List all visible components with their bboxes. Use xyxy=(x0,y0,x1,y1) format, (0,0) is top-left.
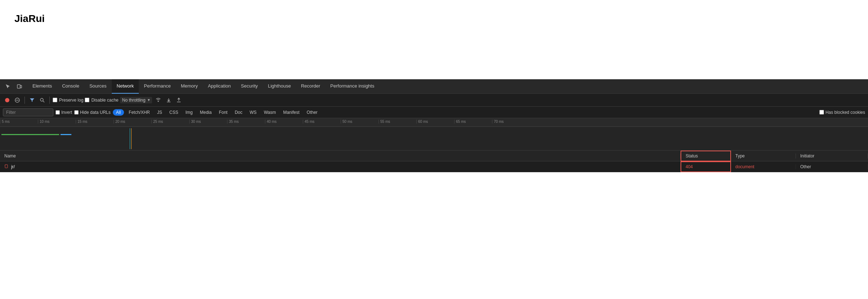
network-toolbar: Preserve log Disable cache No throttling… xyxy=(0,94,868,107)
tab-elements[interactable]: Elements xyxy=(27,79,57,94)
throttle-wrapper: No throttling ▼ xyxy=(120,97,152,103)
hide-data-urls-label: Hide data URLs xyxy=(80,110,111,115)
svg-rect-0 xyxy=(17,85,20,88)
devtools-icon-buttons xyxy=(3,82,25,91)
tab-performance[interactable]: Performance xyxy=(139,79,176,94)
svg-point-2 xyxy=(5,98,9,102)
tick-55ms: 55 ms xyxy=(378,120,416,124)
filter-css-btn[interactable]: CSS xyxy=(167,109,181,116)
td-name: jr/ xyxy=(0,164,681,169)
filter-js-btn[interactable]: JS xyxy=(155,109,165,116)
record-button[interactable] xyxy=(3,96,12,104)
tab-network[interactable]: Network xyxy=(112,79,139,94)
tick-35ms: 35 ms xyxy=(227,120,265,124)
invert-checkbox[interactable]: Invert xyxy=(56,110,72,115)
tick-15ms: 15 ms xyxy=(76,120,114,124)
filter-wasm-btn[interactable]: Wasm xyxy=(261,109,279,116)
tick-40ms: 40 ms xyxy=(265,120,303,124)
tick-25ms: 25 ms xyxy=(151,120,189,124)
td-status: 404 xyxy=(681,161,731,172)
table-header: Name Status Type Initiator xyxy=(0,151,868,161)
invert-label: Invert xyxy=(61,110,72,115)
filter-all-btn[interactable]: All xyxy=(113,109,124,116)
tick-65ms: 65 ms xyxy=(454,120,492,124)
tick-45ms: 45 ms xyxy=(303,120,341,124)
hide-data-urls-checkbox[interactable]: Hide data URLs xyxy=(74,110,111,115)
timeline-graph xyxy=(0,127,868,151)
tab-lighthouse[interactable]: Lighthouse xyxy=(263,79,296,94)
tab-performance-insights[interactable]: Performance insights xyxy=(325,79,379,94)
hide-data-urls-input[interactable] xyxy=(74,110,79,115)
timeline-vline-yellow xyxy=(131,128,132,149)
tab-console[interactable]: Console xyxy=(57,79,84,94)
throttle-select[interactable]: No throttling xyxy=(120,97,152,103)
filter-manifest-btn[interactable]: Manifest xyxy=(280,109,302,116)
tab-memory[interactable]: Memory xyxy=(176,79,203,94)
svg-rect-11 xyxy=(5,165,8,168)
table-row[interactable]: jr/ 404 document Other xyxy=(0,161,868,172)
page-content: JiaRui xyxy=(0,0,868,79)
filter-font-btn[interactable]: Font xyxy=(216,109,230,116)
timeline-area: 5 ms 10 ms 15 ms 20 ms 25 ms 30 ms 35 ms… xyxy=(0,118,868,151)
tick-30ms: 30 ms xyxy=(189,120,227,124)
filter-media-btn[interactable]: Media xyxy=(197,109,214,116)
tab-security[interactable]: Security xyxy=(236,79,263,94)
import-button[interactable] xyxy=(164,96,173,104)
tick-10ms: 10 ms xyxy=(38,120,76,124)
filter-input[interactable] xyxy=(3,108,53,116)
page-title: JiaRui xyxy=(7,6,52,31)
document-icon xyxy=(4,164,9,169)
td-initiator: Other xyxy=(796,164,868,169)
th-type: Type xyxy=(731,153,796,159)
row-name: jr/ xyxy=(11,164,15,169)
export-button[interactable] xyxy=(174,96,183,104)
preserve-log-label: Preserve log xyxy=(59,98,83,103)
cursor-icon-btn[interactable] xyxy=(3,82,13,91)
th-initiator: Initiator xyxy=(796,153,868,159)
filter-button[interactable] xyxy=(28,96,36,104)
timeline-vline-teal xyxy=(130,128,130,149)
has-blocked-cookies-label: Has blocked cookies xyxy=(825,110,865,115)
filter-fetch-btn[interactable]: Fetch/XHR xyxy=(126,109,152,116)
filter-other-btn[interactable]: Other xyxy=(304,109,320,116)
tick-70ms: 70 ms xyxy=(492,120,530,124)
invert-input[interactable] xyxy=(56,110,60,115)
tick-60ms: 60 ms xyxy=(416,120,454,124)
disable-cache-checkbox[interactable]: Disable cache xyxy=(85,98,118,103)
toolbar-divider-1 xyxy=(25,97,25,104)
timeline-bar-blue xyxy=(61,134,71,135)
devtools-tabbar: Elements Console Sources Network Perform… xyxy=(0,79,868,94)
disable-cache-input[interactable] xyxy=(85,98,89,102)
svg-rect-1 xyxy=(20,85,22,88)
tick-50ms: 50 ms xyxy=(341,120,378,124)
wifi-icon xyxy=(154,96,163,104)
tab-recorder[interactable]: Recorder xyxy=(296,79,325,94)
has-blocked-cookies-input[interactable] xyxy=(819,110,824,115)
tab-application[interactable]: Application xyxy=(203,79,236,94)
svg-point-5 xyxy=(40,98,43,101)
tick-5ms: 5 ms xyxy=(0,120,38,124)
th-name: Name xyxy=(0,153,681,159)
search-button[interactable] xyxy=(38,96,46,104)
has-blocked-cookies-checkbox[interactable]: Has blocked cookies xyxy=(819,110,865,115)
th-status: Status xyxy=(681,151,731,161)
filter-doc-btn[interactable]: Doc xyxy=(232,109,245,116)
svg-line-6 xyxy=(43,101,44,102)
device-icon-btn[interactable] xyxy=(14,82,25,91)
disable-cache-label: Disable cache xyxy=(91,98,118,103)
filter-ws-btn[interactable]: WS xyxy=(247,109,259,116)
filter-img-btn[interactable]: Img xyxy=(183,109,195,116)
timeline-ruler: 5 ms 10 ms 15 ms 20 ms 25 ms 30 ms 35 ms… xyxy=(0,118,868,127)
devtools-container: Elements Console Sources Network Perform… xyxy=(0,79,868,172)
toolbar-divider-2 xyxy=(49,97,50,104)
timeline-bar-green xyxy=(1,134,59,135)
td-type: document xyxy=(731,164,796,169)
tab-sources[interactable]: Sources xyxy=(84,79,112,94)
preserve-log-checkbox[interactable]: Preserve log xyxy=(53,98,83,103)
clear-button[interactable] xyxy=(13,96,22,104)
svg-line-12 xyxy=(5,165,5,165)
tick-20ms: 20 ms xyxy=(114,120,151,124)
preserve-log-input[interactable] xyxy=(53,98,57,102)
filter-bar: Invert Hide data URLs All Fetch/XHR JS C… xyxy=(0,107,868,118)
network-table: Name Status Type Initiator jr/ 404 docum… xyxy=(0,151,868,172)
